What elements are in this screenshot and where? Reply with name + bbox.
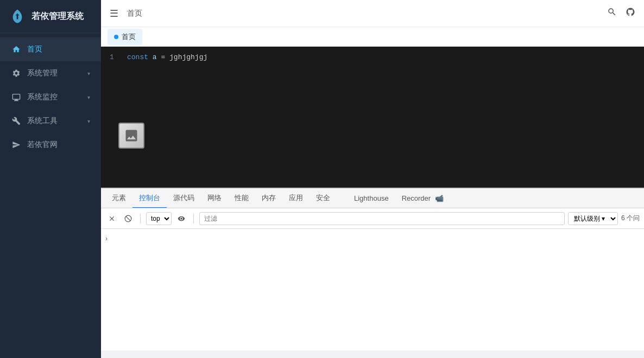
chevron-down-icon: ▾ [87, 71, 90, 76]
breadcrumb: 首页 [127, 9, 142, 18]
devtools-tab-lighthouse[interactable]: Lighthouse [348, 190, 395, 208]
main-content: ☰ 首页 首页 1 const [101, 0, 644, 358]
devtools-console-body: › [101, 229, 644, 350]
toolbar-divider-1 [140, 214, 141, 223]
sidebar-header: 若依管理系统 [0, 0, 101, 33]
top-header: ☰ 首页 [101, 0, 644, 27]
sidebar-item-system-mgmt-label: 系统管理 [27, 68, 87, 78]
menu-toggle-button[interactable]: ☰ [110, 8, 118, 20]
code-editor[interactable]: 1 const a = jghjghjgj [101, 47, 644, 188]
sidebar-item-system-mgmt[interactable]: 系统管理 ▾ [0, 61, 101, 85]
devtools-tab-console[interactable]: 控制台 [132, 189, 167, 208]
tab-home[interactable]: 首页 [108, 29, 142, 45]
app-title: 若依管理系统 [31, 11, 84, 22]
home-icon [11, 44, 22, 55]
header-actions [607, 7, 635, 20]
devtools-tab-network[interactable]: 网络 [201, 189, 228, 208]
tab-active-dot [114, 35, 118, 39]
sidebar-item-system-tools[interactable]: 系统工具 ▾ [0, 109, 101, 133]
devtools-tab-elements[interactable]: 元素 [105, 189, 132, 208]
github-icon[interactable] [626, 7, 635, 20]
devtools-tab-recorder[interactable]: Recorder 📹 [395, 190, 450, 208]
sidebar-item-system-monitor-label: 系统监控 [27, 92, 87, 102]
code-image-preview [118, 123, 144, 149]
search-icon[interactable] [607, 7, 617, 20]
block-icon-button[interactable] [122, 212, 135, 225]
sidebar-item-home-label: 首页 [27, 44, 90, 54]
devtools-tab-application[interactable]: 应用 [282, 189, 310, 208]
send-icon [11, 139, 22, 150]
tab-home-label: 首页 [122, 32, 136, 42]
line-number-1: 1 [110, 53, 118, 61]
devtools-panel: 元素 控制台 源代码 网络 性能 内存 应用 [101, 188, 644, 350]
devtools-tab-sources[interactable]: 源代码 [167, 189, 201, 208]
sidebar-navigation: 首页 系统管理 ▾ 系统监控 ▾ [0, 33, 101, 358]
code-line-1: 1 const a = jghjghjgj [110, 53, 635, 61]
context-selector[interactable]: top [146, 212, 172, 225]
sidebar-item-system-tools-label: 系统工具 [27, 116, 87, 126]
app-logo [9, 8, 26, 25]
code-keyword: const [127, 53, 148, 61]
devtools-tab-performance[interactable]: 性能 [228, 189, 255, 208]
log-level-selector[interactable]: 默认级别 ▾ [568, 212, 618, 225]
console-chevron[interactable]: › [105, 235, 108, 242]
devtools-toolbar: top 默认级别 ▾ 6 个问 [101, 208, 644, 229]
gear-icon [11, 68, 22, 79]
issue-count-label: 6 个问 [621, 214, 640, 223]
chevron-down-icon-2: ▾ [87, 94, 90, 100]
recorder-icon: 📹 [435, 194, 444, 202]
sidebar-item-system-monitor[interactable]: 系统监控 ▾ [0, 85, 101, 109]
devtools-tab-memory[interactable]: 内存 [255, 189, 282, 208]
tools-icon [11, 116, 22, 126]
sidebar-item-home[interactable]: 首页 [0, 37, 101, 61]
eye-button[interactable] [175, 212, 188, 225]
sidebar-item-ruoyi-site[interactable]: 若依官网 [0, 133, 101, 157]
devtools-tab-bar: 元素 控制台 源代码 网络 性能 内存 应用 [101, 189, 644, 208]
clear-console-button[interactable] [105, 212, 118, 225]
chevron-down-icon-3: ▾ [87, 118, 90, 124]
sidebar-item-ruoyi-site-label: 若依官网 [27, 140, 90, 150]
svg-line-1 [126, 216, 130, 220]
sidebar: 若依管理系统 首页 系统管理 ▾ [0, 0, 101, 358]
code-value: jghjghjgj [169, 53, 207, 61]
code-content-1: const a = jghjghjgj [127, 53, 207, 61]
toolbar-divider-2 [193, 214, 194, 223]
tab-bar: 首页 [101, 27, 644, 47]
code-operator: = [161, 53, 169, 61]
filter-input[interactable] [199, 212, 565, 225]
monitor-icon [11, 92, 22, 103]
code-variable: a [153, 53, 157, 61]
devtools-tab-security[interactable]: 安全 [310, 189, 337, 208]
